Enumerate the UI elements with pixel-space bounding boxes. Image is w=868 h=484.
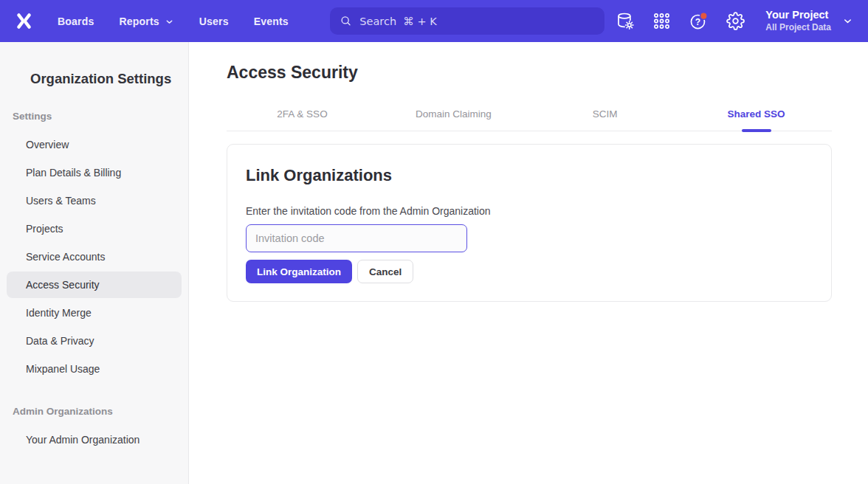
sidebar-item-overview[interactable]: Overview <box>0 131 188 158</box>
nav-item-label: Users <box>199 15 229 27</box>
help-icon: ? <box>689 11 709 31</box>
nav-item-boards[interactable]: Boards <box>58 15 94 27</box>
mixpanel-x-icon <box>16 13 32 30</box>
card-actions: Link Organization Cancel <box>246 260 813 283</box>
global-search[interactable] <box>330 7 604 35</box>
search-input[interactable] <box>359 15 595 27</box>
chevron-down-icon <box>165 17 174 27</box>
sidebar-item-access-security[interactable]: Access Security <box>7 272 182 298</box>
project-names: Your Project All Project Data <box>765 8 831 33</box>
org-settings-sidebar: Organization Settings SettingsOverviewPl… <box>0 42 189 484</box>
invitation-code-input[interactable] <box>246 224 467 252</box>
tab-shared-sso[interactable]: Shared SSO <box>681 108 832 131</box>
sidebar-item-plan-details-billing[interactable]: Plan Details & Billing <box>0 159 188 186</box>
search-icon <box>340 14 352 28</box>
svg-text:?: ? <box>695 17 700 27</box>
notification-badge <box>700 13 708 20</box>
sidebar-item-mixpanel-usage[interactable]: Mixpanel Usage <box>0 356 188 382</box>
project-scope: All Project Data <box>765 22 831 34</box>
link-organization-button[interactable]: Link Organization <box>246 260 352 283</box>
project-name: Your Project <box>765 8 831 22</box>
sidebar-title: Organization Settings <box>30 70 188 88</box>
main-content: Access Security 2FA & SSODomain Claiming… <box>189 42 868 484</box>
nav-right-controls: ? Your Project All Project Data <box>615 8 853 33</box>
page-title: Access Security <box>227 61 832 83</box>
nav-item-label: Events <box>254 15 289 27</box>
nav-item-events[interactable]: Events <box>254 15 289 27</box>
chevron-down-icon <box>842 15 853 27</box>
nav-item-users[interactable]: Users <box>199 15 229 27</box>
card-title: Link Organizations <box>246 166 813 185</box>
sidebar-sections: SettingsOverviewPlan Details & BillingUs… <box>0 110 188 454</box>
apps-grid-icon <box>652 12 671 30</box>
sidebar-section-items: OverviewPlan Details & BillingUsers & Te… <box>0 131 188 383</box>
sidebar-section-label-settings: Settings <box>13 110 188 123</box>
sidebar-item-identity-merge[interactable]: Identity Merge <box>0 300 188 326</box>
tab-2fa-sso[interactable]: 2FA & SSO <box>227 108 378 131</box>
project-selector[interactable]: Your Project All Project Data <box>765 8 853 33</box>
sidebar-item-service-accounts[interactable]: Service Accounts <box>0 243 188 270</box>
nav-item-label: Reports <box>119 15 159 27</box>
sidebar-section-items: Your Admin Organization <box>0 426 188 454</box>
primary-nav: BoardsReportsUsersEvents <box>58 15 289 27</box>
link-organizations-card: Link Organizations Enter the invitation … <box>227 144 832 302</box>
tab-scim[interactable]: SCIM <box>529 108 681 131</box>
card-description: Enter the invitation code from the Admin… <box>246 204 813 218</box>
apps-grid-button[interactable] <box>652 11 672 31</box>
tab-bar: 2FA & SSODomain ClaimingSCIMShared SSO <box>227 108 832 131</box>
top-navigation-bar: BoardsReportsUsersEvents <box>0 0 868 42</box>
mixpanel-logo[interactable] <box>9 13 38 30</box>
tab-domain-claiming[interactable]: Domain Claiming <box>378 108 529 131</box>
help-button[interactable]: ? <box>689 11 709 31</box>
sidebar-section-label-admin-organizations: Admin Organizations <box>13 405 188 418</box>
sidebar-item-users-teams[interactable]: Users & Teams <box>0 187 188 214</box>
cancel-button[interactable]: Cancel <box>357 260 413 283</box>
sidebar-item-projects[interactable]: Projects <box>0 215 188 242</box>
nav-item-label: Boards <box>58 15 94 27</box>
data-management-button[interactable] <box>615 11 635 31</box>
sidebar-item-your-admin-organization[interactable]: Your Admin Organization <box>0 426 188 453</box>
database-gear-icon <box>616 12 635 31</box>
settings-button[interactable] <box>726 11 745 31</box>
nav-item-reports[interactable]: Reports <box>119 15 173 27</box>
settings-gear-icon <box>726 12 745 30</box>
sidebar-item-data-privacy[interactable]: Data & Privacy <box>0 328 188 354</box>
